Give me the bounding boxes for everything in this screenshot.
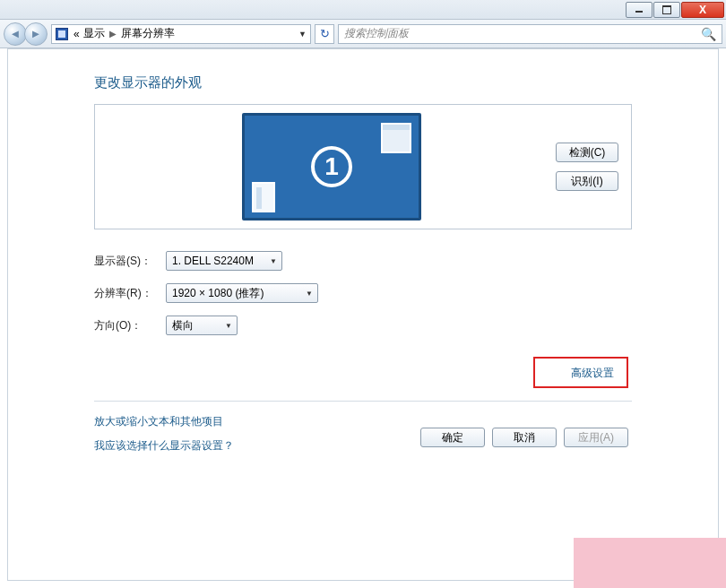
orientation-select[interactable]: 横向	[166, 316, 238, 335]
orientation-label: 方向(O)：	[94, 318, 166, 333]
search-placeholder: 搜索控制面板	[344, 26, 409, 41]
preview-stage: 1	[108, 113, 556, 220]
preview-window-icon	[252, 182, 275, 212]
detect-button[interactable]: 检测(C)	[556, 143, 618, 162]
divider	[94, 401, 632, 402]
search-icon: 🔍	[701, 27, 716, 41]
minimize-button[interactable]	[626, 2, 653, 18]
control-panel-icon	[56, 28, 68, 40]
preview-window-icon	[381, 123, 411, 153]
cancel-button[interactable]: 取消	[492, 428, 557, 447]
resolution-value: 1920 × 1080 (推荐)	[172, 286, 264, 301]
display-label: 显示器(S)：	[94, 254, 166, 269]
ok-button[interactable]: 确定	[420, 428, 485, 447]
refresh-button[interactable]: ↻	[315, 24, 334, 44]
breadcrumb-sep-icon: ▶	[109, 29, 117, 39]
page-title: 更改显示器的外观	[94, 74, 632, 91]
forward-button[interactable]: ►	[24, 22, 48, 46]
close-button[interactable]: X	[681, 2, 724, 18]
orientation-value: 横向	[172, 318, 194, 333]
monitor-1[interactable]: 1	[242, 113, 421, 220]
advanced-highlight: 高级设置	[533, 357, 628, 388]
resolution-label: 分辨率(R)：	[94, 286, 166, 301]
navigation-bar: ◄ ► « 显示 ▶ 屏幕分辨率 ▼ ↻ 搜索控制面板 🔍	[0, 20, 726, 48]
breadcrumb[interactable]: « 显示 ▶ 屏幕分辨率 ▼	[51, 24, 311, 44]
search-input[interactable]: 搜索控制面板 🔍	[338, 24, 722, 44]
breadcrumb-item-resolution[interactable]: 屏幕分辨率	[121, 26, 175, 41]
display-select[interactable]: 1. DELL S2240M	[166, 251, 282, 271]
breadcrumb-dropdown-icon[interactable]: ▼	[298, 30, 307, 39]
dialog-footer: 确定 取消 应用(A)	[420, 428, 628, 447]
overlay-block	[574, 538, 726, 588]
apply-button[interactable]: 应用(A)	[564, 428, 628, 447]
window-titlebar: X	[0, 0, 726, 20]
monitor-preview: 1 检测(C) 识别(I)	[94, 104, 632, 229]
identify-button[interactable]: 识别(I)	[556, 171, 618, 191]
content-panel: 更改显示器的外观 1 检测(C) 识别(I) 显示器(S)： 1. DELL S…	[7, 48, 719, 581]
display-value: 1. DELL S2240M	[172, 255, 254, 267]
nav-back-forward: ◄ ►	[4, 22, 48, 46]
breadcrumb-item-display[interactable]: 显示	[83, 26, 105, 41]
maximize-button[interactable]	[653, 2, 680, 18]
breadcrumb-chevrons: «	[73, 28, 80, 40]
resolution-select[interactable]: 1920 × 1080 (推荐)	[166, 283, 318, 303]
monitor-number-badge: 1	[311, 146, 352, 187]
advanced-settings-link[interactable]: 高级设置	[571, 367, 614, 379]
